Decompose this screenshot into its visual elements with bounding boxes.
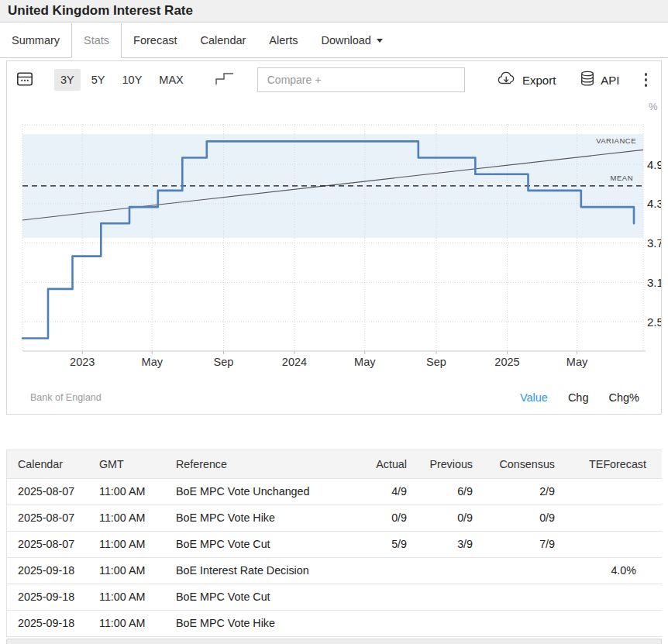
chart-toolbar: 3Y 5Y 10Y MAX Export [7, 61, 661, 98]
cell-actual: 0/9 [362, 505, 411, 531]
tab-alerts[interactable]: Alerts [257, 23, 309, 57]
chevron-down-icon [377, 39, 383, 43]
table-header-row: Calendar GMT Reference Actual Previous C… [7, 450, 662, 478]
cell-consensus [477, 557, 560, 584]
cell-calendar: 2025-08-07 [7, 531, 95, 557]
cell-consensus [477, 584, 560, 610]
cell-actual [362, 557, 411, 584]
column-header-calendar: Calendar [7, 450, 95, 478]
chg-percent-link[interactable]: Chg% [609, 391, 640, 404]
cell-previous: 0/9 [411, 505, 477, 531]
cell-teforecast [560, 610, 662, 636]
toolbar-right-group: Export API [497, 70, 652, 89]
tab-bar: Summary Stats Forecast Calendar Alerts D… [0, 23, 668, 58]
range-button-5y[interactable]: 5Y [85, 69, 112, 91]
cell-gmt: 11:00 AM [95, 610, 171, 636]
cell-actual: 4/9 [362, 478, 411, 505]
cell-calendar: 2025-08-07 [7, 505, 95, 531]
tab-stats[interactable]: Stats [71, 23, 122, 58]
svg-text:2025: 2025 [494, 356, 519, 368]
cell-gmt: 11:00 AM [95, 505, 171, 531]
value-link[interactable]: Value [520, 391, 548, 404]
date-range-calendar-button[interactable] [13, 68, 36, 91]
svg-text:Sep: Sep [426, 356, 446, 368]
svg-text:3.7: 3.7 [647, 236, 661, 250]
table-row[interactable]: 2025-08-0711:00 AMBoE MPC Vote Cut5/93/9… [7, 531, 662, 557]
column-header-previous: Previous [411, 450, 477, 478]
svg-text:4.9: 4.9 [647, 158, 661, 171]
cell-gmt: 11:00 AM [95, 478, 171, 505]
cell-teforecast [560, 531, 662, 557]
cell-calendar: 2025-08-07 [7, 478, 95, 505]
api-button[interactable]: API [580, 71, 619, 89]
cell-gmt: 11:00 AM [95, 584, 171, 610]
next-section-strip [6, 639, 662, 644]
kebab-menu-icon[interactable] [640, 70, 653, 89]
range-button-10y[interactable]: 10Y [116, 69, 149, 91]
source-attribution: Bank of England [30, 392, 102, 403]
cell-teforecast [560, 478, 662, 505]
svg-text:2023: 2023 [70, 356, 95, 368]
range-button-3y[interactable]: 3Y [54, 69, 81, 91]
cell-reference: BoE Interest Rate Decision [171, 557, 362, 584]
cell-consensus [477, 610, 560, 636]
database-icon [580, 71, 601, 89]
cell-previous [411, 610, 477, 636]
step-line-icon [215, 71, 235, 89]
cell-teforecast [560, 505, 662, 531]
cell-consensus: 2/9 [477, 478, 560, 505]
tab-summary[interactable]: Summary [0, 23, 71, 57]
tab-download[interactable]: Download [309, 23, 394, 57]
export-button[interactable]: Export [497, 71, 556, 88]
svg-text:May: May [142, 356, 164, 368]
svg-text:%: % [649, 101, 658, 112]
compare-input[interactable] [257, 67, 465, 92]
title-bar: United Kingdom Interest Rate [0, 0, 668, 22]
column-header-gmt: GMT [95, 450, 171, 478]
cell-previous: 6/9 [411, 478, 477, 505]
cell-previous [411, 584, 477, 610]
cell-reference: BoE MPC Vote Cut [171, 531, 362, 557]
cell-reference: BoE MPC Vote Unchanged [171, 478, 362, 505]
calendar-icon [16, 71, 33, 90]
svg-text:VARIANCE: VARIANCE [596, 136, 636, 145]
svg-text:May: May [354, 356, 376, 368]
cell-actual [362, 610, 411, 636]
column-header-consensus: Consensus [477, 450, 560, 478]
cell-previous: 3/9 [411, 531, 477, 557]
cell-gmt: 11:00 AM [95, 557, 171, 584]
chg-link[interactable]: Chg [568, 391, 589, 404]
table-row[interactable]: 2025-08-0711:00 AMBoE MPC Vote Unchanged… [7, 478, 662, 505]
footer-links: Value Chg Chg% [500, 391, 639, 404]
range-button-max[interactable]: MAX [153, 69, 189, 91]
chart-plot[interactable]: VARIANCEMEAN2023MaySep2024MaySep2025May2… [7, 98, 661, 414]
cell-actual: 5/9 [362, 531, 411, 557]
cell-reference: BoE MPC Vote Cut [171, 584, 362, 610]
column-header-teforecast: TEForecast [560, 450, 662, 478]
column-header-actual: Actual [362, 450, 411, 478]
chart-type-button[interactable] [212, 70, 237, 90]
table-row[interactable]: 2025-09-1811:00 AMBoE MPC Vote Hike [7, 610, 662, 636]
cell-consensus: 0/9 [477, 505, 560, 531]
tab-calendar[interactable]: Calendar [189, 23, 258, 57]
svg-text:May: May [566, 356, 588, 368]
cell-consensus: 7/9 [477, 531, 560, 557]
svg-text:Sep: Sep [214, 356, 234, 368]
column-header-reference: Reference [171, 450, 362, 478]
svg-text:3.1: 3.1 [647, 276, 661, 289]
calendar-table-panel: Calendar GMT Reference Actual Previous C… [6, 449, 662, 637]
cell-reference: BoE MPC Vote Hike [171, 505, 362, 531]
chart-footer: Bank of England Value Chg Chg% [30, 391, 639, 404]
cell-calendar: 2025-09-18 [7, 557, 95, 584]
table-row[interactable]: 2025-08-0711:00 AMBoE MPC Vote Hike0/90/… [7, 505, 662, 531]
cell-actual [362, 584, 411, 610]
chart-panel: 3Y 5Y 10Y MAX Export [6, 60, 662, 415]
table-row[interactable]: 2025-09-1811:00 AMBoE MPC Vote Cut [7, 584, 662, 610]
tab-forecast[interactable]: Forecast [122, 23, 188, 57]
cell-gmt: 11:00 AM [95, 531, 171, 557]
table-row[interactable]: 2025-09-1811:00 AMBoE Interest Rate Deci… [7, 557, 662, 584]
svg-text:2.5: 2.5 [647, 315, 661, 329]
cloud-download-icon [497, 71, 522, 88]
cell-teforecast [560, 584, 662, 610]
cell-calendar: 2025-09-18 [7, 610, 95, 636]
